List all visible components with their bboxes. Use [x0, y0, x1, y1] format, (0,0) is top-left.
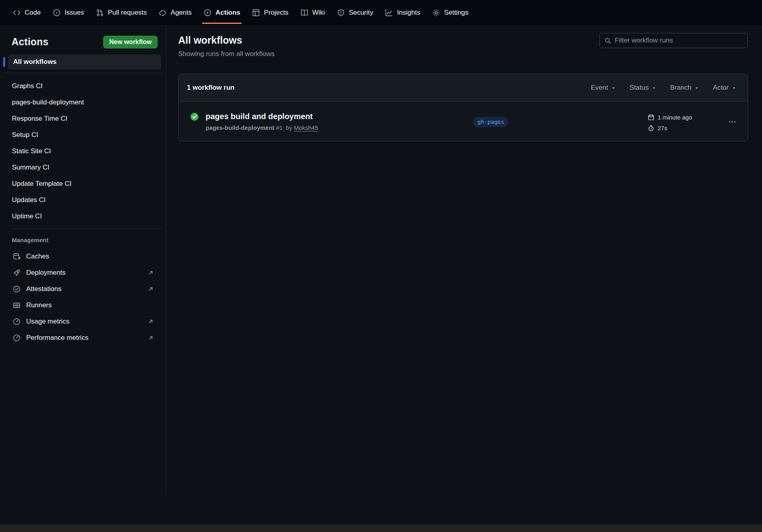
run-summary: pages build and deploymentpages-build-de…	[190, 112, 318, 131]
management-item-label: Runners	[26, 301, 52, 309]
kebab-icon	[728, 118, 736, 126]
run-options-kebab-button[interactable]	[726, 117, 738, 127]
run-filters: EventStatusBranchActor	[588, 84, 739, 92]
pull-request-icon	[96, 9, 104, 17]
caret-down-icon	[652, 86, 656, 90]
run-count: 1 workflow run	[187, 84, 235, 92]
management-item-label: Attestations	[26, 285, 62, 293]
filter-workflow-runs-input[interactable]	[615, 37, 743, 44]
sidebar-item-graphs-ci[interactable]: Graphs CI	[0, 78, 166, 94]
sidebar-item-label: All workflows	[13, 58, 57, 66]
page-subtitle: Showing runs from all workflows	[178, 50, 275, 58]
new-workflow-button[interactable]: New workflow	[103, 36, 158, 48]
selected-accent-bar	[3, 57, 5, 67]
run-actor-link[interactable]: Moksh45	[294, 124, 318, 131]
nav-tab-label: Pull requests	[108, 9, 147, 17]
calendar-icon	[648, 114, 654, 121]
run-meta: 1 minute ago27s	[648, 113, 692, 132]
management-list: CachesDeploymentsAttestationsRunnersUsag…	[0, 248, 166, 346]
filter-dropdown-event[interactable]: Event	[588, 84, 619, 92]
nav-tab-label: Issues	[65, 9, 84, 17]
sidebar-item-response-time-ci[interactable]: Response Time CI	[0, 110, 166, 127]
wiki-icon	[300, 9, 308, 17]
actions-sidebar: Actions New workflow All workflows Graph…	[0, 26, 166, 495]
sidebar-item-caches[interactable]: Caches	[0, 248, 166, 264]
external-link-icon	[148, 270, 154, 276]
runners-icon	[13, 301, 21, 309]
nav-tab-issues[interactable]: Issues	[47, 0, 90, 25]
performance-metrics-icon	[13, 334, 21, 342]
run-subtitle: pages-build-deployment #1: by Moksh45	[206, 124, 318, 131]
nav-tab-security[interactable]: Security	[331, 0, 379, 25]
bottom-strip	[0, 525, 762, 532]
nav-tab-agents[interactable]: Agents	[153, 0, 198, 25]
external-link-icon	[148, 318, 154, 325]
management-section-label: Management	[12, 237, 48, 243]
workflow-link-label: Graphs CI	[12, 82, 42, 90]
filter-workflow-runs-box[interactable]	[599, 33, 748, 48]
nav-tab-code[interactable]: Code	[7, 0, 47, 25]
sidebar-item-static-site-ci[interactable]: Static Site CI	[0, 143, 166, 159]
run-workflow-name: pages-build-deployment	[206, 124, 274, 131]
sidebar-item-setup-ci[interactable]: Setup CI	[0, 127, 166, 143]
nav-tab-settings[interactable]: Settings	[426, 0, 474, 25]
management-item-label: Performance metrics	[26, 334, 89, 342]
sidebar-item-pages-build-deployment[interactable]: pages-build-deployment	[0, 94, 166, 110]
nav-tab-insights[interactable]: Insights	[379, 0, 426, 25]
nav-tab-label: Insights	[397, 9, 420, 17]
run-time-ago: 1 minute ago	[658, 114, 692, 121]
sidebar-item-attestations[interactable]: Attestations	[0, 281, 166, 297]
deployments-icon	[13, 269, 21, 277]
nav-tab-label: Code	[25, 9, 41, 17]
nav-tab-wiki[interactable]: Wiki	[294, 0, 331, 25]
page-title: All workflows	[178, 35, 242, 46]
code-icon	[13, 9, 21, 17]
insights-icon	[385, 9, 393, 17]
runs-card-header: 1 workflow run EventStatusBranchActor	[179, 74, 748, 102]
run-title-link[interactable]: pages build and deployment	[206, 112, 318, 121]
nav-tab-label: Projects	[264, 9, 288, 17]
workflow-link-label: Uptime CI	[12, 212, 42, 220]
nav-tab-pull-requests[interactable]: Pull requests	[90, 0, 153, 25]
agents-icon	[159, 9, 167, 17]
workflow-link-label: Setup CI	[12, 131, 38, 139]
sidebar-item-all-workflows[interactable]: All workflows	[8, 54, 161, 69]
filter-dropdown-actor[interactable]: Actor	[710, 84, 739, 92]
active-tab-underline	[202, 23, 242, 24]
search-icon	[604, 37, 611, 44]
nav-tab-actions[interactable]: Actions	[198, 0, 246, 25]
actions-icon	[204, 9, 212, 17]
sidebar-item-usage-metrics[interactable]: Usage metrics	[0, 313, 166, 330]
external-link-icon	[148, 286, 154, 292]
filter-label: Branch	[670, 84, 691, 92]
workflow-run-row: pages build and deploymentpages-build-de…	[179, 102, 748, 141]
management-item-label: Usage metrics	[26, 318, 69, 326]
branch-badge[interactable]: gh-pages	[473, 117, 508, 127]
nav-tab-label: Settings	[444, 9, 468, 17]
filter-dropdown-status[interactable]: Status	[626, 84, 659, 92]
issue-icon	[53, 9, 61, 17]
sidebar-item-updates-ci[interactable]: Updates CI	[0, 192, 166, 208]
workflow-link-label: pages-build-deployment	[12, 98, 84, 106]
run-number: #1: by	[276, 124, 292, 131]
stopwatch-icon	[648, 125, 654, 131]
sidebar-item-uptime-ci[interactable]: Uptime CI	[0, 208, 166, 224]
caret-down-icon	[695, 86, 699, 90]
usage-metrics-icon	[13, 318, 21, 326]
workflow-list: Graphs CIpages-build-deploymentResponse …	[0, 78, 166, 224]
sidebar-item-performance-metrics[interactable]: Performance metrics	[0, 330, 166, 346]
filter-label: Status	[629, 84, 648, 92]
projects-icon	[252, 9, 260, 17]
sidebar-item-runners[interactable]: Runners	[0, 297, 166, 313]
run-duration: 27s	[658, 125, 667, 131]
workflow-runs-card: 1 workflow run EventStatusBranchActor pa…	[178, 74, 748, 141]
filter-dropdown-branch[interactable]: Branch	[667, 84, 702, 92]
sidebar-header: Actions New workflow	[12, 35, 158, 48]
nav-tab-projects[interactable]: Projects	[246, 0, 294, 25]
check-circle-icon	[190, 113, 198, 131]
sidebar-item-deployments[interactable]: Deployments	[0, 264, 166, 281]
sidebar-item-summary-ci[interactable]: Summary CI	[0, 159, 166, 175]
sidebar-item-update-template-ci[interactable]: Update Template CI	[0, 175, 166, 192]
settings-icon	[432, 9, 440, 17]
divider	[3, 73, 166, 73]
